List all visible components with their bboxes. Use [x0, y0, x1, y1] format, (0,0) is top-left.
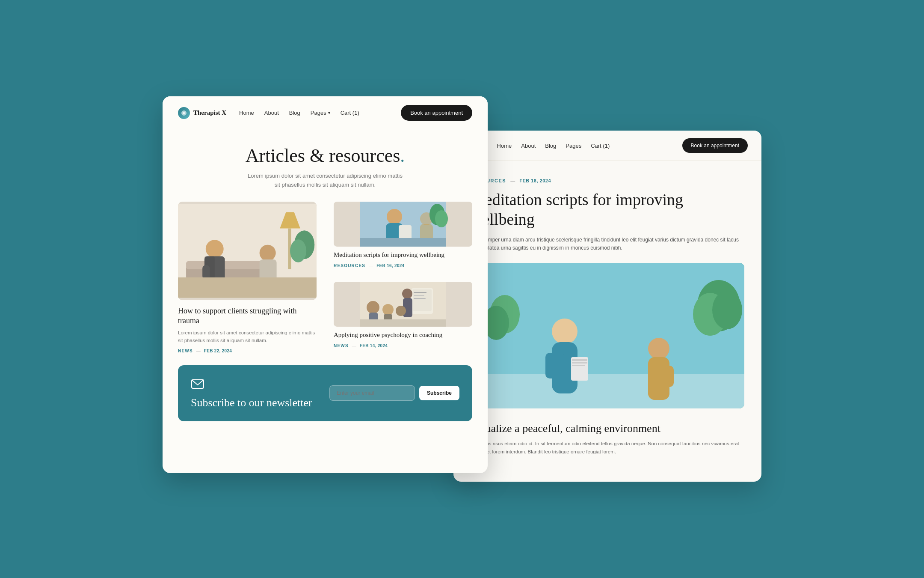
svg-point-3: [712, 291, 742, 329]
newsletter-left: Subscribe to our newsletter: [191, 377, 321, 409]
page-title-dot: .: [400, 145, 405, 166]
article-cat-main: NEWS: [178, 349, 193, 353]
back-nav-home[interactable]: Home: [497, 143, 512, 149]
article-cat-psychology: NEWS: [334, 343, 349, 348]
back-card-nav: ist X Home About Blog Pages Cart (1) Boo…: [453, 131, 761, 161]
front-nav-pages[interactable]: Pages ▾: [311, 110, 330, 116]
svg-rect-9: [545, 353, 556, 378]
svg-rect-14: [572, 365, 585, 366]
article-meta-psychology: NEWS — FEB 14, 2024: [334, 343, 472, 348]
svg-rect-43: [360, 238, 446, 247]
svg-rect-34: [178, 277, 317, 298]
svg-point-42: [435, 210, 448, 227]
svg-point-30: [260, 244, 276, 261]
article-body-main: Lorem ipsum dolor sit amet consectetur a…: [178, 329, 317, 344]
hero-svg-illustration: [471, 263, 744, 408]
article-title-psychology: Applying positive psychology in coaching: [334, 331, 472, 340]
email-input[interactable]: [329, 385, 415, 401]
back-article-hero-image: [471, 263, 744, 408]
articles-list-card: Therapist X Home About Blog Pages ▾ Cart…: [163, 96, 488, 473]
back-nav-blog[interactable]: Blog: [545, 143, 556, 149]
front-pages-chevron-icon: ▾: [328, 110, 330, 115]
article-date-psychology: FEB 14, 2024: [360, 343, 388, 348]
svg-rect-24: [186, 261, 272, 269]
svg-point-15: [648, 338, 669, 359]
back-article-title: Meditation scripts for improving wellbei…: [471, 190, 744, 229]
back-article-sep: —: [510, 178, 515, 183]
article-title-meditation: Meditation scripts for improving wellbei…: [334, 251, 472, 259]
article-image-therapy: [178, 202, 317, 300]
front-hero: Articles & resources. Lorem ipsum dolor …: [163, 129, 488, 202]
svg-rect-17: [665, 366, 674, 387]
svg-point-7: [552, 319, 578, 344]
meditation-svg: [334, 202, 472, 247]
article-date-main: FEB 22, 2024: [204, 349, 232, 353]
svg-point-50: [402, 289, 412, 299]
back-nav-pages[interactable]: Pages: [566, 143, 581, 149]
brand-icon: [178, 107, 190, 119]
back-nav-cart[interactable]: Cart (1): [591, 143, 610, 149]
page-title: Articles & resources.: [188, 145, 462, 167]
scene: ist X Home About Blog Pages Cart (1) Boo…: [163, 96, 761, 482]
back-book-btn[interactable]: Book an appointment: [682, 138, 748, 153]
article-image-psychology: [334, 282, 472, 327]
svg-rect-49: [414, 298, 426, 299]
back-article-subtitle: Visualize a peaceful, calming environmen…: [471, 421, 744, 436]
svg-rect-13: [572, 362, 587, 363]
svg-point-36: [387, 209, 402, 224]
brand-icon-svg: [181, 110, 187, 116]
svg-rect-57: [360, 319, 446, 327]
front-book-btn[interactable]: Book an appointment: [401, 105, 472, 121]
front-nav-home[interactable]: Home: [239, 110, 254, 116]
article-date-meditation: FEB 16, 2024: [376, 263, 404, 268]
front-card-nav: Therapist X Home About Blog Pages ▾ Cart…: [163, 96, 488, 129]
brand-logo: Therapist X: [178, 107, 226, 119]
front-nav-cart[interactable]: Cart (1): [341, 110, 359, 116]
back-nav-links: Home About Blog Pages Cart (1): [497, 143, 670, 149]
back-article-content: RESOURCES — FEB 16, 2024 Meditation scri…: [453, 161, 761, 408]
svg-point-33: [290, 239, 306, 262]
group-svg: [334, 282, 472, 327]
article-cat-meditation: RESOURCES: [334, 263, 365, 268]
article-image-meditation: [334, 202, 472, 247]
svg-point-52: [367, 301, 379, 314]
envelope-icon: [191, 377, 204, 391]
newsletter-right: Subscribe: [329, 385, 459, 401]
back-article-desc: Arcu semper urna diam arcu tristique sce…: [471, 236, 744, 252]
front-nav-links: Home About Blog Pages ▾ Cart (1): [239, 110, 388, 116]
articles-grid: How to support clients struggling with t…: [163, 202, 488, 362]
newsletter-section: Subscribe to our newsletter Subscribe: [178, 365, 472, 421]
back-article-date: FEB 16, 2024: [519, 178, 551, 183]
svg-rect-12: [572, 359, 587, 361]
front-brand-name: Therapist X: [193, 109, 226, 116]
newsletter-title: Subscribe to our newsletter: [191, 396, 321, 409]
svg-rect-47: [414, 292, 426, 293]
svg-point-25: [206, 240, 224, 258]
article-sep-main: —: [196, 349, 201, 353]
article-card-main[interactable]: How to support clients struggling with t…: [178, 202, 325, 362]
back-article-meta: RESOURCES — FEB 16, 2024: [471, 178, 744, 183]
svg-rect-38: [399, 225, 412, 240]
article-card-meditation[interactable]: Meditation scripts for improving wellbei…: [325, 202, 472, 282]
svg-rect-48: [414, 295, 424, 296]
svg-rect-28: [202, 265, 210, 279]
back-nav-about[interactable]: About: [521, 143, 536, 149]
front-nav-about[interactable]: About: [264, 110, 279, 116]
page-subtitle: Lorem ipsum dolor sit amet consectetur a…: [188, 172, 462, 190]
svg-point-54: [382, 304, 394, 315]
svg-rect-6: [471, 374, 744, 408]
article-detail-card: ist X Home About Blog Pages Cart (1) Boo…: [453, 131, 761, 482]
svg-point-56: [396, 306, 406, 316]
article-meta-meditation: RESOURCES — FEB 16, 2024: [334, 263, 472, 268]
article-sep-psychology: —: [352, 343, 356, 348]
therapy-session-svg: [178, 202, 317, 300]
article-sep-meditation: —: [369, 263, 373, 268]
back-article-bottom: Visualize a peaceful, calming environmen…: [453, 408, 761, 469]
article-card-psychology[interactable]: Applying positive psychology in coaching…: [325, 282, 472, 362]
subscribe-button[interactable]: Subscribe: [419, 386, 459, 400]
front-nav-blog[interactable]: Blog: [289, 110, 300, 116]
article-title-main: How to support clients struggling with t…: [178, 306, 317, 326]
article-meta-main: NEWS — FEB 22, 2024: [178, 349, 317, 353]
back-article-body: In sagittis risus etiam odio id. In sit …: [471, 440, 744, 456]
